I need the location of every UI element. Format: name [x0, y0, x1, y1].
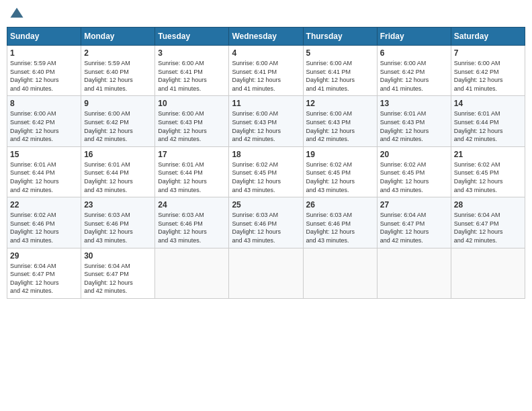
day-info: Sunrise: 6:03 AM Sunset: 6:46 PM Dayligh…: [84, 211, 152, 244]
calendar-cell: 12Sunrise: 6:00 AM Sunset: 6:43 PM Dayli…: [303, 96, 377, 146]
calendar-cell: 2Sunrise: 5:59 AM Sunset: 6:40 PM Daylig…: [81, 46, 155, 96]
calendar-cell: 9Sunrise: 6:00 AM Sunset: 6:42 PM Daylig…: [81, 96, 155, 146]
calendar-cell: [377, 248, 451, 298]
day-info: Sunrise: 6:02 AM Sunset: 6:45 PM Dayligh…: [306, 161, 374, 194]
day-info: Sunrise: 6:04 AM Sunset: 6:47 PM Dayligh…: [454, 211, 522, 244]
day-number: 5: [306, 48, 374, 58]
calendar-cell: 20Sunrise: 6:02 AM Sunset: 6:45 PM Dayli…: [377, 146, 451, 197]
day-number: 26: [306, 200, 374, 210]
weekday-header: Friday: [377, 28, 451, 46]
day-info: Sunrise: 6:01 AM Sunset: 6:44 PM Dayligh…: [158, 161, 226, 194]
calendar-cell: 7Sunrise: 6:00 AM Sunset: 6:42 PM Daylig…: [451, 46, 525, 96]
calendar-cell: [303, 248, 377, 298]
day-number: 16: [84, 150, 152, 159]
svg-marker-0: [10, 7, 23, 17]
calendar-week-row: 29Sunrise: 6:04 AM Sunset: 6:47 PM Dayli…: [7, 248, 525, 298]
calendar-cell: 23Sunrise: 6:03 AM Sunset: 6:46 PM Dayli…: [81, 197, 155, 248]
day-number: 10: [158, 99, 226, 108]
calendar-cell: 10Sunrise: 6:00 AM Sunset: 6:43 PM Dayli…: [155, 96, 229, 146]
day-info: Sunrise: 5:59 AM Sunset: 6:40 PM Dayligh…: [84, 59, 152, 93]
day-info: Sunrise: 6:03 AM Sunset: 6:46 PM Dayligh…: [158, 211, 226, 244]
calendar-week-row: 8Sunrise: 6:00 AM Sunset: 6:42 PM Daylig…: [7, 96, 525, 146]
calendar-cell: 27Sunrise: 6:04 AM Sunset: 6:47 PM Dayli…: [377, 197, 451, 248]
day-info: Sunrise: 6:03 AM Sunset: 6:46 PM Dayligh…: [232, 211, 300, 244]
logo: [9, 7, 26, 21]
day-number: 21: [454, 150, 522, 159]
day-number: 27: [380, 200, 448, 210]
day-info: Sunrise: 6:01 AM Sunset: 6:44 PM Dayligh…: [10, 161, 78, 194]
day-info: Sunrise: 5:59 AM Sunset: 6:40 PM Dayligh…: [10, 59, 78, 93]
day-info: Sunrise: 6:00 AM Sunset: 6:42 PM Dayligh…: [380, 59, 448, 93]
day-number: 30: [84, 251, 152, 261]
day-number: 1: [10, 48, 78, 58]
day-number: 2: [84, 48, 152, 58]
weekday-header: Saturday: [451, 28, 525, 46]
calendar-cell: [229, 248, 303, 298]
calendar-cell: 21Sunrise: 6:02 AM Sunset: 6:45 PM Dayli…: [451, 146, 525, 197]
day-number: 28: [454, 200, 522, 210]
day-number: 24: [158, 200, 226, 210]
day-info: Sunrise: 6:04 AM Sunset: 6:47 PM Dayligh…: [380, 211, 448, 244]
calendar-cell: 18Sunrise: 6:02 AM Sunset: 6:45 PM Dayli…: [229, 146, 303, 197]
day-number: 14: [454, 99, 522, 108]
day-number: 19: [306, 150, 374, 159]
calendar-cell: 13Sunrise: 6:01 AM Sunset: 6:43 PM Dayli…: [377, 96, 451, 146]
weekday-header: Tuesday: [155, 28, 229, 46]
calendar-cell: 14Sunrise: 6:01 AM Sunset: 6:44 PM Dayli…: [451, 96, 525, 146]
day-number: 20: [380, 150, 448, 159]
calendar-cell: 30Sunrise: 6:04 AM Sunset: 6:47 PM Dayli…: [81, 248, 155, 298]
day-number: 18: [232, 150, 300, 159]
day-info: Sunrise: 6:02 AM Sunset: 6:46 PM Dayligh…: [10, 211, 78, 244]
calendar-cell: 8Sunrise: 6:00 AM Sunset: 6:42 PM Daylig…: [7, 96, 81, 146]
calendar-cell: 17Sunrise: 6:01 AM Sunset: 6:44 PM Dayli…: [155, 146, 229, 197]
day-number: 9: [84, 99, 152, 108]
calendar-cell: 3Sunrise: 6:00 AM Sunset: 6:41 PM Daylig…: [155, 46, 229, 96]
day-number: 11: [232, 99, 300, 108]
day-info: Sunrise: 6:04 AM Sunset: 6:47 PM Dayligh…: [84, 262, 152, 295]
calendar-cell: 15Sunrise: 6:01 AM Sunset: 6:44 PM Dayli…: [7, 146, 81, 197]
day-info: Sunrise: 6:00 AM Sunset: 6:42 PM Dayligh…: [84, 109, 152, 143]
day-number: 15: [10, 150, 78, 159]
calendar-cell: 22Sunrise: 6:02 AM Sunset: 6:46 PM Dayli…: [7, 197, 81, 248]
calendar-week-row: 1Sunrise: 5:59 AM Sunset: 6:40 PM Daylig…: [7, 46, 525, 96]
calendar-cell: [155, 248, 229, 298]
day-info: Sunrise: 6:00 AM Sunset: 6:41 PM Dayligh…: [158, 59, 226, 93]
calendar-cell: 29Sunrise: 6:04 AM Sunset: 6:47 PM Dayli…: [7, 248, 81, 298]
day-info: Sunrise: 6:01 AM Sunset: 6:44 PM Dayligh…: [454, 109, 522, 143]
calendar-cell: 5Sunrise: 6:00 AM Sunset: 6:41 PM Daylig…: [303, 46, 377, 96]
day-number: 13: [380, 99, 448, 108]
day-info: Sunrise: 6:01 AM Sunset: 6:43 PM Dayligh…: [380, 109, 448, 143]
day-number: 8: [10, 99, 78, 108]
day-info: Sunrise: 6:00 AM Sunset: 6:42 PM Dayligh…: [454, 59, 522, 93]
calendar-cell: 1Sunrise: 5:59 AM Sunset: 6:40 PM Daylig…: [7, 46, 81, 96]
weekday-header-row: SundayMondayTuesdayWednesdayThursdayFrid…: [7, 28, 525, 46]
day-info: Sunrise: 6:00 AM Sunset: 6:43 PM Dayligh…: [306, 109, 374, 143]
day-number: 17: [158, 150, 226, 159]
day-info: Sunrise: 6:04 AM Sunset: 6:47 PM Dayligh…: [10, 262, 78, 295]
day-number: 4: [232, 48, 300, 58]
calendar-week-row: 15Sunrise: 6:01 AM Sunset: 6:44 PM Dayli…: [7, 146, 525, 197]
day-info: Sunrise: 6:02 AM Sunset: 6:45 PM Dayligh…: [454, 161, 522, 194]
calendar-cell: 25Sunrise: 6:03 AM Sunset: 6:46 PM Dayli…: [229, 197, 303, 248]
calendar-cell: 6Sunrise: 6:00 AM Sunset: 6:42 PM Daylig…: [377, 46, 451, 96]
day-number: 29: [10, 251, 78, 261]
weekday-header: Sunday: [7, 28, 81, 46]
calendar-cell: 26Sunrise: 6:03 AM Sunset: 6:46 PM Dayli…: [303, 197, 377, 248]
weekday-header: Monday: [81, 28, 155, 46]
day-number: 22: [10, 200, 78, 210]
day-number: 7: [454, 48, 522, 58]
day-number: 12: [306, 99, 374, 108]
calendar-cell: [451, 248, 525, 298]
day-info: Sunrise: 6:00 AM Sunset: 6:41 PM Dayligh…: [306, 59, 374, 93]
calendar-cell: 4Sunrise: 6:00 AM Sunset: 6:41 PM Daylig…: [229, 46, 303, 96]
calendar-cell: 28Sunrise: 6:04 AM Sunset: 6:47 PM Dayli…: [451, 197, 525, 248]
logo-icon: [9, 7, 24, 21]
day-number: 6: [380, 48, 448, 58]
calendar-table: SundayMondayTuesdayWednesdayThursdayFrid…: [7, 27, 525, 299]
calendar-cell: 19Sunrise: 6:02 AM Sunset: 6:45 PM Dayli…: [303, 146, 377, 197]
day-info: Sunrise: 6:00 AM Sunset: 6:43 PM Dayligh…: [158, 109, 226, 143]
day-info: Sunrise: 6:00 AM Sunset: 6:41 PM Dayligh…: [232, 59, 300, 93]
calendar-cell: 24Sunrise: 6:03 AM Sunset: 6:46 PM Dayli…: [155, 197, 229, 248]
calendar-cell: 11Sunrise: 6:00 AM Sunset: 6:43 PM Dayli…: [229, 96, 303, 146]
day-info: Sunrise: 6:02 AM Sunset: 6:45 PM Dayligh…: [380, 161, 448, 194]
